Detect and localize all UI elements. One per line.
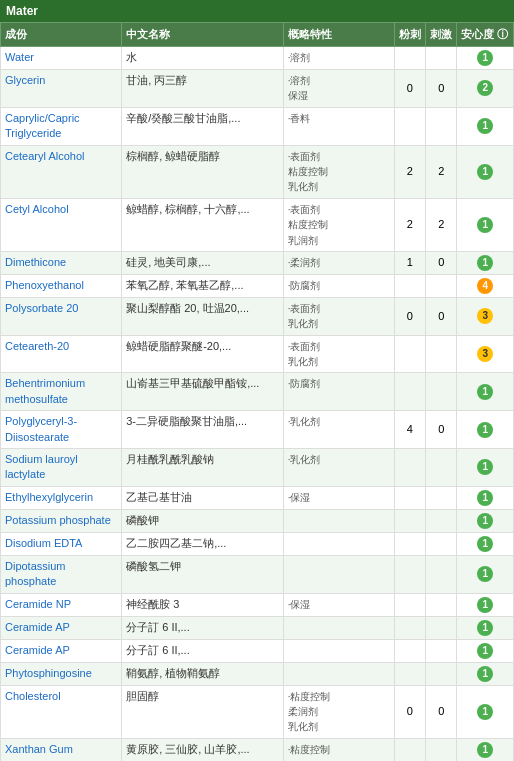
safety-cell: 3: [457, 297, 514, 335]
safety-cell: 1: [457, 639, 514, 662]
safety-badge: 3: [477, 308, 493, 324]
safety-badge: 1: [477, 536, 493, 552]
chinese-name: 鲸蜡硬脂醇聚醚-20,...: [126, 340, 231, 352]
irritant-score: [426, 639, 457, 662]
ingredient-name[interactable]: Dimethicone: [5, 256, 66, 268]
safety-cell: 1: [457, 486, 514, 509]
safety-cell: 1: [457, 47, 514, 70]
feature-tag: ·表面剂: [288, 303, 321, 314]
table-row: Phytosphingosine鞘氨醇, 植物鞘氨醇1: [1, 662, 514, 685]
ingredient-name[interactable]: Cetyl Alcohol: [5, 203, 69, 215]
chinese-name: 磷酸氢二钾: [126, 560, 181, 572]
safety-cell: 1: [457, 555, 514, 593]
feature-tag: 乳化剂: [288, 181, 318, 192]
chinese-name: 分子訂 6 II,...: [126, 621, 190, 633]
ingredient-name[interactable]: Potassium phosphate: [5, 514, 111, 526]
col-header-feature: 概略特性: [283, 23, 394, 47]
irritant-score: [426, 593, 457, 616]
powder-score: [394, 274, 425, 297]
feature-cell: ·表面剂乳化剂: [283, 297, 394, 335]
safety-cell: 1: [457, 107, 514, 145]
feature-cell: ·表面剂乳化剂: [283, 335, 394, 373]
ingredient-name[interactable]: Phytosphingosine: [5, 667, 92, 679]
safety-cell: 1: [457, 685, 514, 738]
feature-tag: 粘度控制: [288, 166, 328, 177]
ingredient-name[interactable]: Phenoxyethanol: [5, 279, 84, 291]
safety-badge: 1: [477, 597, 493, 613]
powder-score: 0: [394, 685, 425, 738]
ingredient-name[interactable]: Cetearyl Alcohol: [5, 150, 85, 162]
chinese-name: 乙基己基甘油: [126, 491, 192, 503]
ingredient-name[interactable]: Sodium lauroyl lactylate: [5, 453, 78, 480]
feature-cell: [283, 509, 394, 532]
irritant-score: 2: [426, 198, 457, 251]
feature-tag: 乳化剂: [288, 356, 318, 367]
table-row: Glycerin甘油, 丙三醇·溶剂保湿002: [1, 70, 514, 108]
ingredient-name[interactable]: Caprylic/Capric Triglyceride: [5, 112, 80, 139]
feature-cell: ·表面剂粘度控制乳化剂: [283, 145, 394, 198]
ingredient-name[interactable]: Xanthan Gum: [5, 743, 73, 755]
ingredient-name[interactable]: Ceteareth-20: [5, 340, 69, 352]
feature-cell: ·粘度控制: [283, 738, 394, 761]
irritant-score: 2: [426, 145, 457, 198]
safety-badge: 1: [477, 704, 493, 720]
ingredient-name[interactable]: Cholesterol: [5, 690, 61, 702]
powder-score: 2: [394, 145, 425, 198]
powder-score: [394, 616, 425, 639]
feature-tag: ·防腐剂: [288, 280, 321, 291]
ingredient-name[interactable]: Polyglyceryl-3-Diisostearate: [5, 415, 77, 442]
feature-tag: ·乳化剂: [288, 416, 321, 427]
powder-score: [394, 662, 425, 685]
feature-tag: ·乳化剂: [288, 454, 321, 465]
powder-score: [394, 639, 425, 662]
chinese-name: 胆固醇: [126, 690, 159, 702]
powder-score: [394, 107, 425, 145]
safety-badge: 1: [477, 490, 493, 506]
safety-badge: 1: [477, 620, 493, 636]
ingredient-name[interactable]: Ceramide AP: [5, 621, 70, 633]
ingredient-name[interactable]: Dipotassium phosphate: [5, 560, 66, 587]
safety-badge: 2: [477, 80, 493, 96]
chinese-name: 苯氧乙醇, 苯氧基乙醇,...: [126, 279, 243, 291]
powder-score: 4: [394, 411, 425, 449]
chinese-name: 黄原胶, 三仙胶, 山羊胶,...: [126, 743, 249, 755]
feature-tag: ·保湿: [288, 599, 311, 610]
ingredient-name[interactable]: Water: [5, 51, 34, 63]
powder-score: 0: [394, 297, 425, 335]
chinese-name: 磷酸钾: [126, 514, 159, 526]
powder-score: [394, 555, 425, 593]
ingredient-name[interactable]: Behentrimonium methosulfate: [5, 377, 85, 404]
feature-tag: ·表面剂: [288, 151, 321, 162]
irritant-score: [426, 486, 457, 509]
ingredient-name[interactable]: Glycerin: [5, 74, 45, 86]
table-row: Dimethicone硅灵, 地美司康,...·柔润剂101: [1, 251, 514, 274]
powder-score: [394, 509, 425, 532]
safety-badge: 1: [477, 666, 493, 682]
powder-score: 1: [394, 251, 425, 274]
powder-score: 0: [394, 70, 425, 108]
feature-tag: 乳化剂: [288, 318, 318, 329]
safety-cell: 1: [457, 411, 514, 449]
ingredient-name[interactable]: Disodium EDTA: [5, 537, 82, 549]
ingredient-name[interactable]: Ceramide NP: [5, 598, 71, 610]
ingredient-name[interactable]: Ethylhexylglycerin: [5, 491, 93, 503]
chinese-name: 乙二胺四乙基二钠,...: [126, 537, 226, 549]
feature-cell: ·乳化剂: [283, 411, 394, 449]
powder-score: [394, 593, 425, 616]
safety-badge: 1: [477, 164, 493, 180]
powder-score: [394, 486, 425, 509]
feature-tag: 粘度控制: [288, 219, 328, 230]
irritant-score: 0: [426, 251, 457, 274]
ingredient-name[interactable]: Ceramide AP: [5, 644, 70, 656]
safety-cell: 1: [457, 738, 514, 761]
col-header-powder: 粉刺: [394, 23, 425, 47]
feature-cell: [283, 616, 394, 639]
table-header-row: 成份 中文名称 概略特性 粉刺 刺激 安心度 ⓘ: [1, 23, 514, 47]
table-row: Disodium EDTA乙二胺四乙基二钠,...1: [1, 532, 514, 555]
safety-cell: 1: [457, 145, 514, 198]
safety-badge: 1: [477, 217, 493, 233]
ingredient-name[interactable]: Polysorbate 20: [5, 302, 78, 314]
powder-score: [394, 449, 425, 487]
safety-badge: 1: [477, 566, 493, 582]
feature-cell: ·防腐剂: [283, 274, 394, 297]
